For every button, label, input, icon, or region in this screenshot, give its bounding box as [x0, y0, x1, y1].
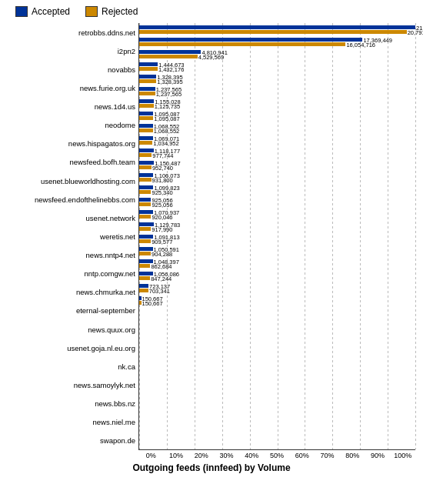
bar-rejected: 925,056: [139, 202, 151, 206]
bar-rejected: 1,432,176: [139, 67, 158, 71]
bar-accepted: 17,369,449: [139, 38, 362, 42]
bar-row: 1,050,591904,288: [139, 245, 415, 257]
bar-row: 1,069,0711,034,952: [139, 134, 415, 146]
bar-rejected: 1,328,395: [139, 79, 156, 83]
y-label: retrobbs.ddns.net: [8, 26, 135, 38]
bar-accepted: 21,470,478: [139, 25, 415, 29]
bar-row: 1,444,6731,432,176: [139, 60, 415, 72]
bar-accepted: 1,444,673: [139, 62, 158, 66]
bar-accepted: 925,056: [139, 198, 151, 202]
bar-row: 4,810,9414,529,569: [139, 48, 415, 60]
bar-rejected-label: 150,667: [142, 300, 163, 307]
y-label: usenet.network: [8, 212, 135, 224]
grid-line: [415, 23, 416, 449]
bar-accepted: 1,068,552: [139, 124, 153, 128]
y-label: news.nntp4.net: [8, 249, 135, 262]
bar-row: 1,328,3951,328,395: [139, 72, 415, 85]
x-axis-label: 0%: [138, 452, 164, 459]
bar-accepted: 1,155,028: [139, 99, 154, 103]
y-label: news.niel.me: [8, 416, 135, 429]
bar-accepted: 1,118,177: [139, 149, 154, 152]
y-label: neodome: [8, 119, 135, 132]
x-axis-label: 30%: [214, 452, 239, 459]
x-axis-label: 20%: [188, 452, 214, 459]
bars-area: 21,470,47820,791,96217,369,44916,054,716…: [138, 23, 415, 450]
legend-accepted-label: Accepted: [32, 6, 70, 17]
y-axis-labels: retrobbs.ddns.neti2pn2novabbsnews.furie.…: [8, 23, 138, 450]
bar-row: 1,068,5521,068,552: [139, 122, 415, 134]
bar-accepted: 1,328,395: [139, 75, 156, 78]
legend-accepted: Accepted: [15, 6, 70, 17]
bar-row: 1,129,783917,990: [139, 220, 415, 232]
x-axis-label: 70%: [315, 452, 340, 459]
y-label: news.samoylyk.net: [8, 379, 135, 391]
bar-rejected: 4,529,569: [139, 55, 198, 58]
bar-row: 21,470,47820,791,962: [139, 23, 415, 35]
y-label: weretis.net: [8, 230, 135, 242]
bar-rejected: 931,800: [139, 178, 152, 182]
y-label: newsfeed.bofh.team: [8, 156, 135, 169]
bar-row: 1,237,5651,237,565: [139, 85, 415, 97]
bar-rejected: 917,990: [139, 227, 151, 231]
bar-rejected: 20,791,962: [139, 30, 407, 34]
bar-rejected: 847,244: [139, 276, 150, 280]
x-axis-label: 60%: [289, 452, 315, 459]
y-label: nk.ca: [8, 360, 135, 372]
bar-row: 925,056925,056: [139, 195, 415, 208]
bar-row: 1,099,823925,340: [139, 183, 415, 195]
y-label: eternal-september: [8, 305, 135, 317]
y-label: news.hispagatos.org: [8, 138, 135, 150]
y-label: news.chmurka.net: [8, 286, 135, 299]
bar-row: 17,369,44916,054,716: [139, 35, 415, 48]
bar-accepted: 1,237,565: [139, 87, 155, 91]
legend: Accepted Rejected: [8, 6, 415, 17]
y-label: news.bbs.nz: [8, 398, 135, 410]
x-axis-label: 40%: [239, 452, 265, 459]
bar-accepted: 4,810,941: [139, 50, 201, 54]
bar-rejected: 150,667: [139, 301, 142, 305]
y-label: newsfeed.endofthelinebbs.com: [8, 193, 135, 205]
bar-rejected: 1,095,087: [139, 116, 153, 120]
bar-row: 150,667150,667: [139, 294, 415, 306]
bar-rejected: 1,068,552: [139, 129, 153, 132]
x-axis-label: 90%: [365, 452, 391, 459]
bar-accepted: 1,069,071: [139, 136, 153, 140]
legend-accepted-box: [15, 6, 28, 17]
y-label: i2pn2: [8, 45, 135, 57]
x-axis: 0%10%20%30%40%50%60%70%80%90%100%: [8, 452, 415, 459]
bar-accepted: 1,095,087: [139, 112, 153, 115]
x-axis-label: 50%: [265, 452, 290, 459]
bar-row: 723,137703,341: [139, 282, 415, 294]
y-label: usenet.goja.nl.eu.org: [8, 342, 135, 354]
bar-accepted: 1,050,591: [139, 247, 153, 251]
bar-rejected: 925,340: [139, 190, 151, 194]
bar-accepted: 723,137: [139, 284, 148, 288]
bar-accepted: 1,070,937: [139, 210, 153, 214]
y-label: news.1d4.us: [8, 101, 135, 113]
y-label: news.quux.org: [8, 323, 135, 335]
bar-row: 1,155,0281,125,735: [139, 97, 415, 109]
y-label: nntp.comgw.net: [8, 268, 135, 280]
bar-row: 1,048,397862,684: [139, 257, 415, 269]
x-axis-label: 10%: [164, 452, 189, 459]
y-label: novabbs: [8, 63, 135, 75]
bar-rejected: 1,034,952: [139, 141, 152, 145]
bar-row: 1,095,0871,095,087: [139, 109, 415, 122]
y-label: news.furie.org.uk: [8, 82, 135, 94]
bar-rejected: 16,054,716: [139, 42, 345, 46]
chart-title: Outgoing feeds (innfeed) by Volume: [8, 462, 415, 473]
legend-rejected: Rejected: [85, 6, 138, 17]
x-axis-label: 80%: [340, 452, 365, 459]
bar-rejected: 977,744: [139, 153, 152, 157]
bar-row: 1,091,813909,577: [139, 232, 415, 245]
bar-rejected: 920,046: [139, 215, 151, 219]
bar-row: 1,106,073931,800: [139, 171, 415, 183]
bar-rejected: 1,237,565: [139, 92, 155, 95]
y-label: swapon.de: [8, 435, 135, 447]
bar-rejected: 909,577: [139, 239, 151, 243]
legend-rejected-box: [85, 6, 98, 17]
bar-row: 1,056,086847,244: [139, 269, 415, 282]
bar-accepted: 150,667: [139, 296, 142, 300]
bar-rejected: 1,125,735: [139, 104, 154, 108]
x-axis-label: 100%: [390, 452, 415, 459]
